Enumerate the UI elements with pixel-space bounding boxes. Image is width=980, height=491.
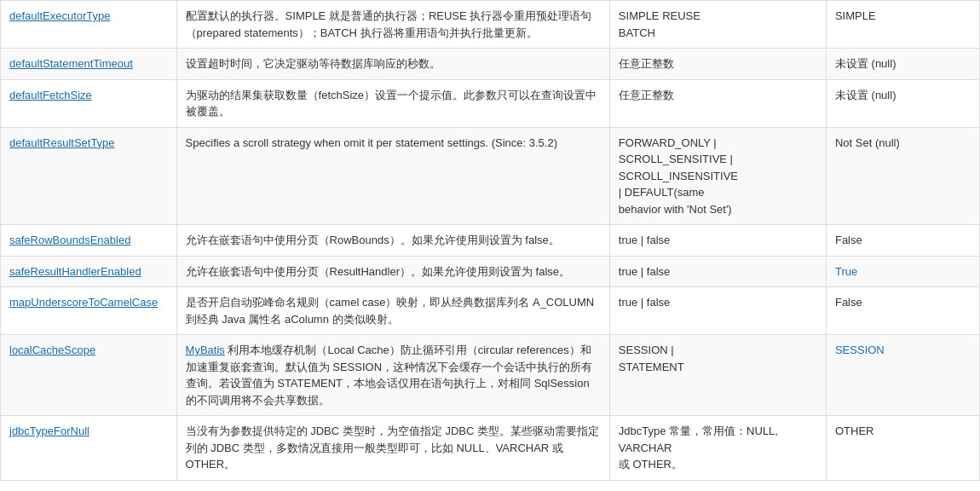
setting-valid-values: SIMPLE REUSE BATCH (609, 1, 826, 49)
setting-default-value: SESSION (826, 335, 979, 416)
setting-default-value: True (826, 256, 979, 287)
table-row: jdbcTypeForNull当没有为参数提供特定的 JDBC 类型时，为空值指… (1, 416, 980, 481)
setting-description: 是否开启自动驼峰命名规则（camel case）映射，即从经典数据库列名 A_C… (176, 287, 609, 335)
setting-name-link[interactable]: jdbcTypeForNull (9, 425, 89, 437)
settings-table: defaultExecutorType配置默认的执行器。SIMPLE 就是普通的… (0, 0, 980, 481)
setting-valid-values: 任意正整数 (609, 49, 826, 80)
setting-default-value: 未设置 (null) (826, 49, 979, 80)
setting-name-link[interactable]: defaultExecutorType (9, 9, 111, 22)
setting-name-link[interactable]: defaultFetchSize (9, 89, 92, 101)
setting-description: 当没有为参数提供特定的 JDBC 类型时，为空值指定 JDBC 类型。某些驱动需… (176, 416, 609, 481)
table-row: defaultResultSetTypeSpecifies a scroll s… (1, 127, 980, 225)
setting-name: defaultFetchSize (1, 79, 177, 127)
table-row: defaultStatementTimeout设置超时时间，它决定驱动等待数据库… (1, 49, 980, 80)
setting-description: 允许在嵌套语句中使用分页（ResultHandler）。如果允许使用则设置为 f… (176, 256, 609, 287)
setting-default-value: OTHER (826, 416, 979, 481)
setting-name: localCacheScope (1, 335, 177, 416)
setting-default-value: Not Set (null) (826, 127, 979, 225)
setting-description: Specifies a scroll strategy when omit it… (176, 127, 609, 225)
setting-valid-values: SESSION | STATEMENT (609, 335, 826, 416)
setting-name: defaultResultSetType (1, 127, 177, 225)
setting-valid-values: JdbcType 常量，常用值：NULL, VARCHAR 或 OTHER。 (609, 416, 826, 481)
table-row: mapUnderscoreToCamelCase是否开启自动驼峰命名规则（cam… (1, 287, 980, 335)
table-row: safeRowBoundsEnabled允许在嵌套语句中使用分页（RowBoun… (1, 225, 980, 257)
setting-default-value: 未设置 (null) (826, 79, 979, 127)
setting-name-link[interactable]: defaultStatementTimeout (9, 57, 133, 70)
mybatis-link[interactable]: MyBatis (186, 344, 225, 356)
table-row: safeResultHandlerEnabled允许在嵌套语句中使用分页（Res… (1, 256, 980, 287)
setting-name: defaultStatementTimeout (1, 49, 177, 80)
setting-name: mapUnderscoreToCamelCase (1, 287, 177, 335)
table-row: localCacheScopeMyBatis 利用本地缓存机制（Local Ca… (1, 335, 980, 416)
setting-name: defaultExecutorType (1, 1, 177, 49)
setting-name-link[interactable]: defaultResultSetType (9, 136, 115, 149)
setting-valid-values: true | false (609, 225, 826, 257)
setting-description: 配置默认的执行器。SIMPLE 就是普通的执行器；REUSE 执行器令重用预处理… (176, 1, 609, 49)
setting-valid-values: true | false (609, 287, 826, 335)
setting-name: jdbcTypeForNull (1, 416, 177, 481)
setting-name: safeRowBoundsEnabled (1, 225, 177, 257)
setting-default-value: False (826, 287, 979, 335)
table-row: defaultExecutorType配置默认的执行器。SIMPLE 就是普通的… (1, 1, 980, 49)
setting-name-link[interactable]: localCacheScope (9, 344, 95, 356)
setting-description: 为驱动的结果集获取数量（fetchSize）设置一个提示值。此参数只可以在查询设… (176, 79, 609, 127)
setting-name: safeResultHandlerEnabled (1, 256, 177, 287)
setting-name-link[interactable]: safeRowBoundsEnabled (9, 234, 130, 246)
setting-description: 设置超时时间，它决定驱动等待数据库响应的秒数。 (176, 49, 609, 80)
setting-description: MyBatis 利用本地缓存机制（Local Cache）防止循环引用（circ… (176, 335, 609, 416)
setting-name-link[interactable]: safeResultHandlerEnabled (9, 265, 141, 278)
setting-default-value: False (826, 225, 979, 257)
setting-name-link[interactable]: mapUnderscoreToCamelCase (9, 296, 158, 309)
table-row: defaultFetchSize为驱动的结果集获取数量（fetchSize）设置… (1, 79, 980, 127)
setting-valid-values: FORWARD_ONLY | SCROLL_SENSITIVE | SCROLL… (609, 127, 826, 225)
setting-valid-values: 任意正整数 (609, 79, 826, 127)
setting-default-value: SIMPLE (826, 1, 979, 49)
setting-valid-values: true | false (609, 256, 826, 287)
setting-description: 允许在嵌套语句中使用分页（RowBounds）。如果允许使用则设置为 false… (176, 225, 609, 257)
